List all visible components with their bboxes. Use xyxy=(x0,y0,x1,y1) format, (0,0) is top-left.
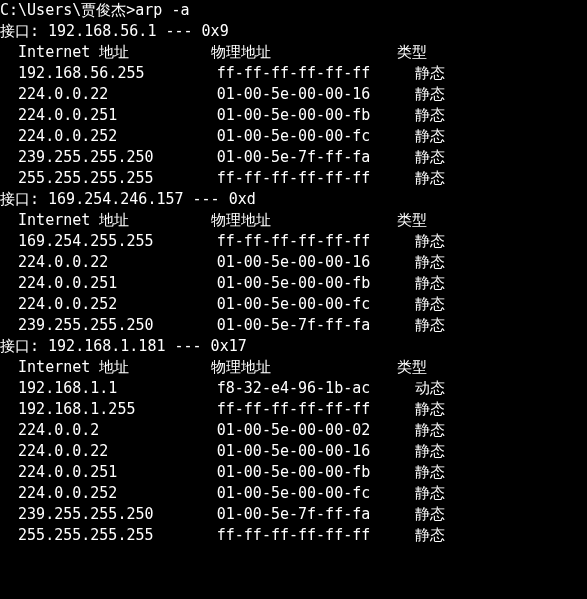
arp-row: 224.0.0.252 01-00-5e-00-00-fc 静态 xyxy=(0,294,587,315)
arp-row: 224.0.0.251 01-00-5e-00-00-fb 静态 xyxy=(0,105,587,126)
arp-row: 224.0.0.2 01-00-5e-00-00-02 静态 xyxy=(0,420,587,441)
arp-row: 239.255.255.250 01-00-5e-7f-ff-fa 静态 xyxy=(0,504,587,525)
arp-row: 224.0.0.22 01-00-5e-00-00-16 静态 xyxy=(0,441,587,462)
interface-line: 接口: 169.254.246.157 --- 0xd xyxy=(0,189,587,210)
arp-row: 255.255.255.255 ff-ff-ff-ff-ff-ff 静态 xyxy=(0,168,587,189)
interface-line: 接口: 192.168.1.181 --- 0x17 xyxy=(0,336,587,357)
arp-row: 239.255.255.250 01-00-5e-7f-ff-fa 静态 xyxy=(0,147,587,168)
arp-row: 224.0.0.22 01-00-5e-00-00-16 静态 xyxy=(0,252,587,273)
arp-header: Internet 地址 物理地址 类型 xyxy=(0,357,587,378)
terminal-output[interactable]: C:\Users\贾俊杰>arp -a接口: 192.168.56.1 --- … xyxy=(0,0,587,546)
arp-header: Internet 地址 物理地址 类型 xyxy=(0,210,587,231)
arp-header: Internet 地址 物理地址 类型 xyxy=(0,42,587,63)
arp-row: 192.168.1.255 ff-ff-ff-ff-ff-ff 静态 xyxy=(0,399,587,420)
arp-row: 255.255.255.255 ff-ff-ff-ff-ff-ff 静态 xyxy=(0,525,587,546)
arp-row: 224.0.0.251 01-00-5e-00-00-fb 静态 xyxy=(0,462,587,483)
arp-row: 192.168.1.1 f8-32-e4-96-1b-ac 动态 xyxy=(0,378,587,399)
arp-row: 224.0.0.252 01-00-5e-00-00-fc 静态 xyxy=(0,483,587,504)
arp-row: 224.0.0.252 01-00-5e-00-00-fc 静态 xyxy=(0,126,587,147)
arp-row: 192.168.56.255 ff-ff-ff-ff-ff-ff 静态 xyxy=(0,63,587,84)
arp-row: 169.254.255.255 ff-ff-ff-ff-ff-ff 静态 xyxy=(0,231,587,252)
arp-row: 224.0.0.251 01-00-5e-00-00-fb 静态 xyxy=(0,273,587,294)
arp-row: 224.0.0.22 01-00-5e-00-00-16 静态 xyxy=(0,84,587,105)
arp-row: 239.255.255.250 01-00-5e-7f-ff-fa 静态 xyxy=(0,315,587,336)
interface-line: 接口: 192.168.56.1 --- 0x9 xyxy=(0,21,587,42)
command-prompt: C:\Users\贾俊杰>arp -a xyxy=(0,0,587,21)
